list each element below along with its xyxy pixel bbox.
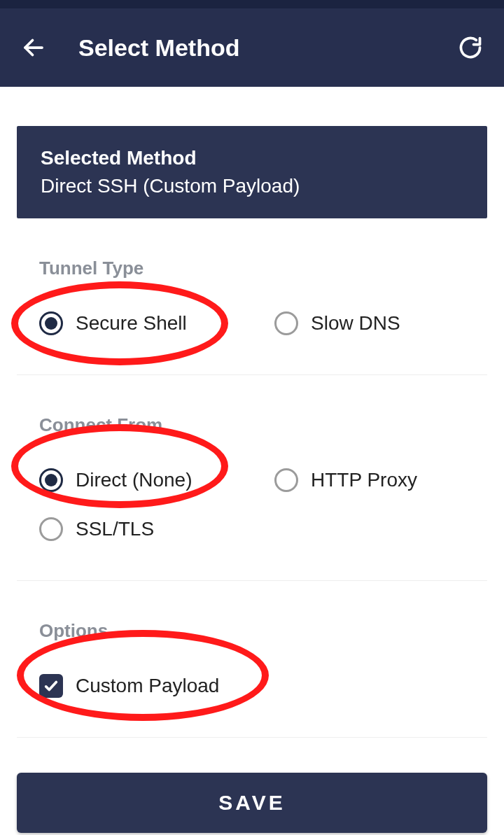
selected-method-title: Selected Method — [41, 147, 463, 169]
save-button[interactable]: SAVE — [17, 773, 487, 833]
option-custom-payload[interactable]: Custom Payload — [17, 661, 487, 710]
back-button[interactable] — [17, 31, 50, 64]
options-label: Options — [39, 620, 487, 642]
refresh-icon — [458, 35, 483, 60]
tunnel-type-slow-dns[interactable]: Slow DNS — [252, 299, 487, 348]
option-label: Slow DNS — [311, 312, 400, 335]
connect-from-label: Connect From — [39, 414, 487, 436]
tunnel-type-label: Tunnel Type — [39, 258, 487, 279]
page-title: Select Method — [50, 34, 454, 62]
radio-icon — [274, 468, 298, 492]
page-content: Selected Method Direct SSH (Custom Paylo… — [0, 126, 504, 835]
checkbox-icon — [39, 674, 63, 698]
radio-icon — [39, 468, 63, 492]
radio-icon — [274, 311, 298, 335]
selected-method-card: Selected Method Direct SSH (Custom Paylo… — [17, 126, 487, 218]
option-label: Custom Payload — [76, 675, 219, 697]
options-section: Options Custom Payload — [17, 620, 487, 738]
option-label: SSL/TLS — [76, 518, 154, 540]
connect-from-section: Connect From Direct (None) HTTP Proxy SS… — [17, 414, 487, 581]
appbar: Select Method — [0, 8, 504, 87]
connect-from-direct[interactable]: Direct (None) — [17, 456, 252, 505]
option-label: Direct (None) — [76, 469, 192, 491]
connect-from-http-proxy[interactable]: HTTP Proxy — [252, 456, 487, 505]
arrow-left-icon — [21, 35, 46, 60]
refresh-button[interactable] — [454, 31, 487, 64]
status-bar — [0, 0, 504, 8]
radio-icon — [39, 517, 63, 541]
option-label: HTTP Proxy — [311, 469, 417, 491]
option-label: Secure Shell — [76, 312, 187, 335]
tunnel-type-secure-shell[interactable]: Secure Shell — [17, 299, 252, 348]
connect-from-ssl-tls[interactable]: SSL/TLS — [17, 505, 487, 554]
radio-icon — [39, 311, 63, 335]
tunnel-type-section: Tunnel Type Secure Shell Slow DNS — [17, 258, 487, 375]
selected-method-value: Direct SSH (Custom Payload) — [41, 175, 463, 197]
